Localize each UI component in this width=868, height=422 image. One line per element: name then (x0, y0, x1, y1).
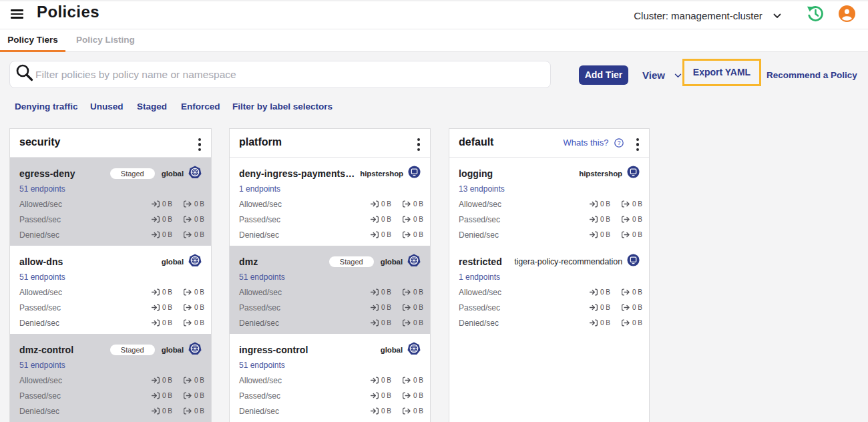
svg-text:?: ? (618, 140, 621, 146)
